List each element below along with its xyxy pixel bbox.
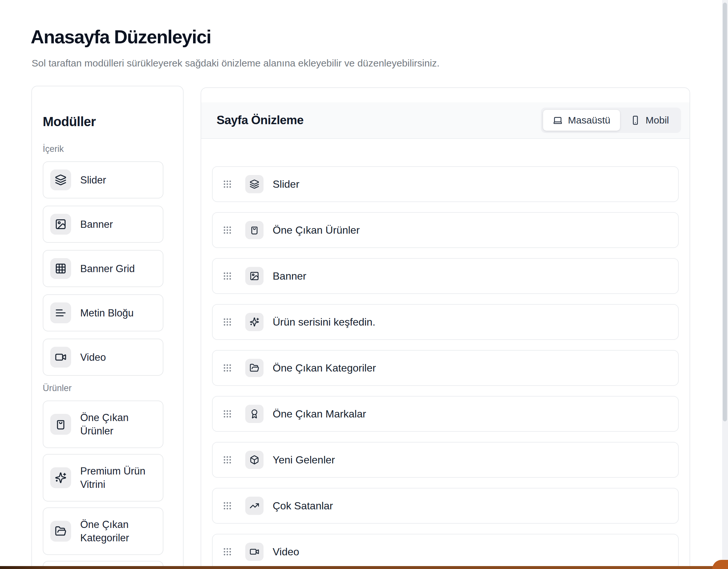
preview-panel: Sayfa Önizleme Masaüstü Mobil Slider Öne… xyxy=(201,87,690,569)
module-item-video[interactable]: Video xyxy=(43,338,163,376)
module-item-premium-showcase[interactable]: Premium Ürün Vitrini xyxy=(43,454,163,502)
preview-row-featured-categories[interactable]: Öne Çıkan Kategoriler xyxy=(212,350,679,386)
shopping-bag-icon xyxy=(245,221,264,239)
drag-handle-icon[interactable] xyxy=(222,501,232,511)
layers-icon xyxy=(245,175,264,193)
preview-row-label: Öne Çıkan Kategoriler xyxy=(273,362,376,374)
preview-row-label: Yeni Gelenler xyxy=(273,454,335,466)
preview-row-label: Öne Çıkan Markalar xyxy=(273,408,366,420)
preview-row-label: Banner xyxy=(273,270,306,282)
preview-row-label: Video xyxy=(273,546,299,558)
module-item-label: Metin Bloğu xyxy=(80,306,134,320)
module-item-label: Video xyxy=(80,351,106,364)
module-item-featured-categories[interactable]: Öne Çıkan Kategoriler xyxy=(43,507,163,555)
toggle-mobile-label: Mobil xyxy=(645,115,669,126)
drag-handle-icon[interactable] xyxy=(222,317,232,327)
video-camera-icon xyxy=(245,543,264,561)
section-label-content: İçerik xyxy=(43,144,163,154)
preview-panel-title: Sayfa Önizleme xyxy=(217,113,304,127)
module-item-label: Banner xyxy=(80,218,113,231)
smartphone-icon xyxy=(630,115,640,125)
sparkles-icon xyxy=(245,313,264,331)
preview-row-label: Slider xyxy=(273,178,299,190)
preview-panel-header: Sayfa Önizleme Masaüstü Mobil xyxy=(201,102,690,139)
sparkles-icon xyxy=(50,467,71,488)
folder-open-icon xyxy=(245,359,264,377)
preview-row-new-arrivals[interactable]: Yeni Gelenler xyxy=(212,442,679,478)
module-item-label: Öne Çıkan Kategoriler xyxy=(80,518,158,545)
preview-row-label: Ürün serisini keşfedin. xyxy=(273,316,375,328)
grid-icon xyxy=(50,258,71,279)
module-item-banner-grid[interactable]: Banner Grid xyxy=(43,250,163,287)
drag-handle-icon[interactable] xyxy=(222,455,232,465)
preview-row-slider[interactable]: Slider xyxy=(212,166,679,202)
drag-handle-icon[interactable] xyxy=(222,225,232,235)
module-item-label: Slider xyxy=(80,173,106,187)
drag-handle-icon[interactable] xyxy=(222,363,232,373)
view-toggle: Masaüstü Mobil xyxy=(541,108,681,133)
module-item-featured-products[interactable]: Öne Çıkan Ürünler xyxy=(43,400,163,448)
drag-handle-icon[interactable] xyxy=(222,271,232,281)
preview-row-label: Öne Çıkan Ürünler xyxy=(273,224,360,236)
laptop-icon xyxy=(553,115,563,125)
package-icon xyxy=(245,451,264,469)
trending-up-icon xyxy=(245,497,264,515)
drag-handle-icon[interactable] xyxy=(222,547,232,557)
module-item-label: Banner Grid xyxy=(80,262,135,276)
drag-handle-icon[interactable] xyxy=(222,409,232,419)
page-subtitle: Sol taraftan modülleri sürükleyerek sağd… xyxy=(32,57,440,70)
preview-row-featured-brands[interactable]: Öne Çıkan Markalar xyxy=(212,396,679,432)
preview-row-label: Çok Satanlar xyxy=(273,500,333,512)
toggle-mobile-button[interactable]: Mobil xyxy=(621,110,679,131)
section-label-products: Ürünler xyxy=(43,383,163,393)
preview-row-video[interactable]: Video xyxy=(212,534,679,569)
bottom-bar-corner-accent xyxy=(712,560,728,569)
text-lines-icon xyxy=(50,302,71,323)
drag-handle-icon[interactable] xyxy=(222,179,232,189)
module-item-label: Öne Çıkan Ürünler xyxy=(80,411,158,438)
modules-panel: Modüller İçerik Slider Banner Banner Gri… xyxy=(31,86,184,569)
layers-icon xyxy=(50,170,71,190)
module-item-label: Premium Ürün Vitrini xyxy=(80,464,158,491)
preview-row-best-sellers[interactable]: Çok Satanlar xyxy=(212,488,679,524)
toggle-desktop-button[interactable]: Masaüstü xyxy=(543,110,620,131)
bottom-bar xyxy=(0,566,728,569)
shopping-bag-icon xyxy=(50,414,71,435)
video-camera-icon xyxy=(50,347,71,367)
module-item-banner[interactable]: Banner xyxy=(43,206,163,243)
preview-panel-top-space xyxy=(201,88,690,102)
page-scrollbar-track[interactable] xyxy=(722,0,728,569)
page-title: Anasayfa Düzenleyici xyxy=(31,25,211,48)
page-scrollbar-thumb[interactable] xyxy=(723,3,727,421)
module-item-slider[interactable]: Slider xyxy=(43,161,163,199)
toggle-desktop-label: Masaüstü xyxy=(568,115,610,126)
folder-open-icon xyxy=(50,521,71,542)
award-icon xyxy=(245,405,264,423)
module-item-text-block[interactable]: Metin Bloğu xyxy=(43,294,163,331)
preview-row-list: Slider Öne Çıkan Ürünler Banner Ürün ser… xyxy=(201,139,690,569)
preview-row-banner[interactable]: Banner xyxy=(212,258,679,294)
modules-panel-title: Modüller xyxy=(43,114,163,129)
image-icon xyxy=(50,214,71,235)
preview-row-product-series[interactable]: Ürün serisini keşfedin. xyxy=(212,304,679,340)
preview-row-featured-products[interactable]: Öne Çıkan Ürünler xyxy=(212,212,679,248)
image-icon xyxy=(245,267,264,285)
